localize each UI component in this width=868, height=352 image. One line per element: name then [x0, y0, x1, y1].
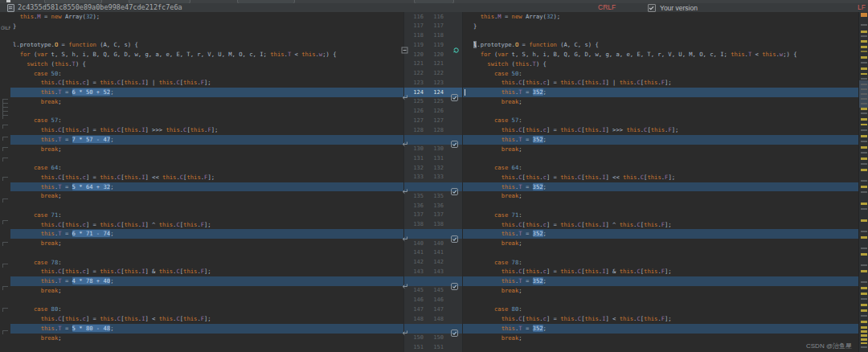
code-line[interactable]: this.C[this.c] = this.C[this.I] ^ this.C…: [10, 220, 403, 230]
code-line[interactable]: this.T = 6 * 50 + 52;: [10, 88, 403, 97]
stripe-mark[interactable]: [861, 208, 867, 210]
apply-change-button[interactable]: [401, 136, 408, 143]
code-line[interactable]: this.T = 352;: [463, 324, 858, 334]
stripe-mark[interactable]: [861, 298, 867, 300]
stripe-mark[interactable]: [861, 315, 867, 317]
code-line[interactable]: break;: [10, 334, 403, 343]
resolve-checkbox-icon[interactable]: [451, 136, 458, 143]
code-line[interactable]: this.C[this.c] = this.C[this.I] << this.…: [463, 173, 858, 182]
code-line[interactable]: this.T = 5 * 64 + 32;: [10, 182, 403, 192]
code-line[interactable]: }: [463, 22, 858, 31]
stripe-mark[interactable]: [861, 88, 867, 90]
code-line[interactable]: [10, 31, 403, 41]
warning-stripe-mark[interactable]: [861, 321, 867, 323]
code-line[interactable]: break;: [10, 286, 403, 296]
code-line[interactable]: this.C[this.c] = this.C[this.I] & this.C…: [463, 267, 858, 276]
code-line[interactable]: switch (this.T) {: [10, 59, 403, 69]
stripe-mark[interactable]: [861, 113, 867, 114]
warning-stripe-mark[interactable]: [861, 169, 867, 171]
code-line[interactable]: [10, 248, 403, 258]
code-line[interactable]: this.T = 352;: [463, 135, 858, 145]
code-line[interactable]: break;: [463, 97, 858, 107]
code-line[interactable]: this.C[this.c] = this.C[this.I] | this.C…: [463, 78, 858, 88]
warning-stripe-mark[interactable]: [861, 304, 867, 306]
code-line[interactable]: break;: [463, 145, 858, 154]
warning-stripe-mark[interactable]: [861, 13, 867, 17]
warning-stripe-mark[interactable]: [861, 338, 867, 341]
code-line[interactable]: this.C[this.c] = this.C[this.I] << this.…: [10, 173, 403, 182]
stripe-mark[interactable]: [861, 346, 867, 348]
left-code-pane[interactable]: this.M = new Array(32);}l.prototype.O = …: [10, 12, 403, 352]
code-line[interactable]: break;: [463, 191, 858, 201]
stripe-mark[interactable]: [861, 84, 867, 85]
warning-stripe-mark[interactable]: [861, 46, 867, 48]
code-line[interactable]: case 71:: [463, 211, 858, 220]
code-line[interactable]: [10, 153, 403, 163]
code-line[interactable]: l.prototype.O = function (A, C, s) {: [463, 40, 858, 50]
your-version-checkbox[interactable]: Your version: [648, 3, 698, 12]
code-line[interactable]: this.C[this.c] = this.C[this.I] < this.C…: [10, 314, 403, 324]
warning-stripe-mark[interactable]: [861, 334, 867, 337]
code-line[interactable]: this.T = 5 * 80 - 48;: [10, 324, 403, 334]
code-line[interactable]: [10, 201, 403, 211]
code-line[interactable]: case 78:: [10, 258, 403, 268]
resolve-checkbox-icon[interactable]: [451, 325, 458, 332]
stripe-mark[interactable]: [861, 62, 867, 63]
code-line[interactable]: case 64:: [463, 163, 858, 173]
warning-stripe-mark[interactable]: [861, 73, 867, 75]
code-line[interactable]: case 50:: [463, 69, 858, 79]
code-line[interactable]: [463, 296, 858, 305]
code-line[interactable]: case 57:: [10, 116, 403, 125]
stripe-mark[interactable]: [861, 35, 867, 37]
code-line[interactable]: [463, 201, 858, 211]
apply-change-button[interactable]: [401, 231, 408, 238]
right-code-pane[interactable]: this.M = new Array(32);}l.prototype.O = …: [463, 12, 858, 352]
warning-stripe-mark[interactable]: [861, 293, 867, 295]
code-line[interactable]: this.T = 352;: [463, 182, 858, 192]
apply-change-button[interactable]: [401, 278, 408, 285]
code-line[interactable]: this.T = 352;: [463, 229, 858, 239]
code-line[interactable]: this.C[this.c] = this.C[this.I] & this.C…: [10, 267, 403, 276]
code-line[interactable]: case 71:: [10, 211, 403, 220]
code-line[interactable]: this.C[this.c] = this.C[this.I] < this.C…: [463, 314, 858, 324]
warning-stripe-mark[interactable]: [861, 330, 867, 333]
apply-change-button[interactable]: [401, 183, 408, 190]
code-line[interactable]: [463, 107, 858, 117]
code-line[interactable]: case 78:: [463, 258, 858, 268]
warning-stripe-mark[interactable]: [861, 219, 867, 222]
code-line[interactable]: break;: [10, 239, 403, 248]
code-line[interactable]: [463, 248, 858, 258]
code-line[interactable]: this.M = new Array(32);: [10, 12, 403, 22]
code-line[interactable]: for (var t, S, h, i, B, Q, G, D, w, g, a…: [463, 50, 858, 59]
warning-stripe-mark[interactable]: [861, 68, 867, 70]
stripe-mark[interactable]: [861, 129, 867, 131]
warning-stripe-mark[interactable]: [861, 31, 867, 33]
warning-stripe-mark[interactable]: [861, 270, 867, 272]
code-line[interactable]: case 64:: [10, 163, 403, 173]
warning-stripe-mark[interactable]: [861, 118, 867, 121]
warning-stripe-mark[interactable]: [861, 236, 867, 239]
stripe-mark[interactable]: [861, 163, 867, 165]
stripe-mark[interactable]: [861, 93, 867, 95]
warning-stripe-mark[interactable]: [861, 146, 867, 149]
code-line[interactable]: for (var t, S, h, i, B, Q, G, D, w, g, a…: [10, 50, 403, 59]
code-line[interactable]: break;: [463, 334, 858, 343]
stripe-mark[interactable]: [861, 152, 867, 153]
warning-stripe-mark[interactable]: [861, 51, 867, 52]
code-line[interactable]: [463, 31, 858, 41]
stripe-mark[interactable]: [861, 248, 867, 249]
warning-stripe-mark[interactable]: [861, 56, 867, 59]
left-line-ending-label[interactable]: CRLF: [598, 3, 616, 12]
code-line[interactable]: this.C[this.c] = this.C[this.I] | this.C…: [10, 78, 403, 88]
code-line[interactable]: break;: [10, 97, 403, 107]
code-line[interactable]: break;: [10, 191, 403, 201]
code-line[interactable]: this.T = 4 * 78 + 40;: [10, 276, 403, 286]
code-line[interactable]: break;: [463, 286, 858, 296]
warning-stripe-mark[interactable]: [861, 40, 867, 43]
code-line[interactable]: [463, 342, 858, 352]
resolve-checkbox-icon[interactable]: [451, 231, 458, 238]
code-line[interactable]: [10, 342, 403, 352]
code-line[interactable]: this.C[this.c] = this.C[this.I] ^ this.C…: [463, 220, 858, 230]
stripe-mark[interactable]: [861, 231, 867, 232]
code-line[interactable]: this.T = 6 * 71 - 74;: [10, 229, 403, 239]
